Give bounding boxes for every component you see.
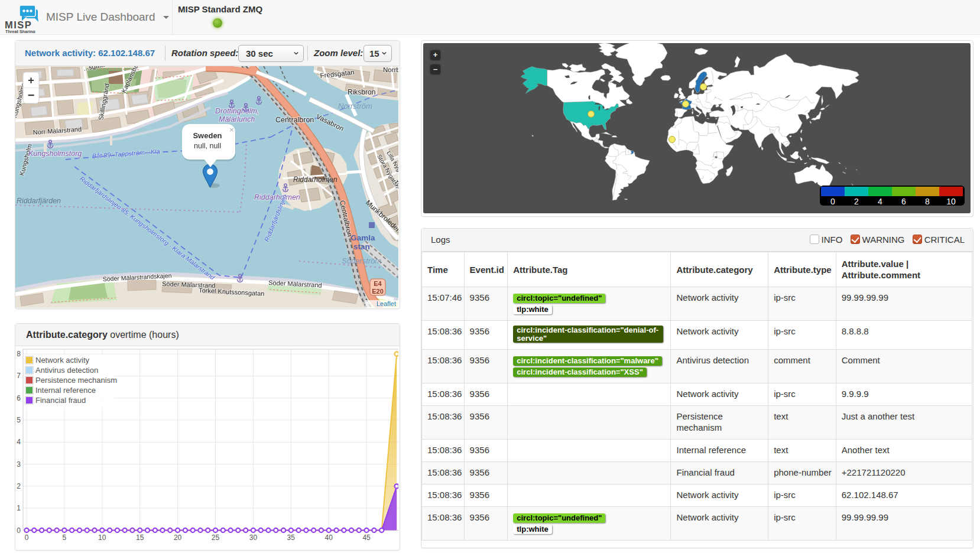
svg-text:15: 15 [136, 534, 144, 542]
svg-text:Financial fraud: Financial fraud [35, 396, 86, 405]
svg-text:Norrbr: Norrbr [383, 66, 398, 73]
svg-text:40: 40 [325, 534, 333, 542]
svg-text:Sweden: Sweden [193, 131, 222, 140]
svg-text:5: 5 [63, 534, 67, 542]
svg-text:×: × [229, 125, 234, 134]
svg-text:Mälarlunch: Mälarlunch [219, 115, 255, 123]
svg-text:3: 3 [17, 460, 21, 469]
svg-text:null, null: null, null [194, 142, 221, 150]
svg-text:Norrström: Norrström [338, 102, 372, 110]
svg-text:1: 1 [17, 504, 21, 512]
svg-text:Antivirus detection: Antivirus detection [35, 366, 98, 375]
svg-text:45: 45 [362, 534, 371, 542]
svg-text:Threat Sharing: Threat Sharing [5, 29, 35, 34]
svg-text:Riddarfjärden: Riddarfjärden [17, 197, 61, 205]
svg-text:Persistence mechanism: Persistence mechanism [35, 376, 117, 385]
svg-text:Centralbron: Centralbron [275, 116, 314, 124]
svg-text:Drottingholm,: Drottingholm, [215, 107, 259, 115]
svg-text:7: 7 [17, 372, 21, 380]
svg-text:E4: E4 [374, 280, 382, 287]
svg-text:+: + [28, 74, 34, 86]
svg-text:0: 0 [25, 534, 29, 542]
svg-text:Kungsholmstorg: Kungsholmstorg [28, 149, 82, 158]
svg-text:8: 8 [17, 350, 21, 358]
svg-text:25: 25 [212, 534, 220, 542]
svg-text:Riddarholmen: Riddarholmen [254, 193, 300, 201]
svg-text:2: 2 [17, 482, 21, 490]
svg-text:5: 5 [17, 416, 21, 424]
svg-text:Internal reference: Internal reference [35, 386, 96, 395]
svg-text:Network activity: Network activity [35, 356, 90, 365]
svg-text:Riksbron: Riksbron [348, 88, 375, 96]
svg-text:Söderström: Söderström [342, 256, 381, 265]
svg-text:Leaflet: Leaflet [377, 300, 396, 307]
svg-text:E20: E20 [372, 288, 384, 295]
svg-text:Riddarholmen: Riddarholmen [293, 175, 338, 184]
svg-text:4: 4 [17, 438, 21, 446]
svg-text:−: − [28, 89, 35, 102]
svg-text:35: 35 [287, 534, 296, 542]
svg-text:20: 20 [174, 534, 182, 542]
svg-text:stan: stan [353, 242, 370, 251]
svg-text:30: 30 [249, 534, 258, 542]
svg-text:Gamla: Gamla [351, 233, 375, 242]
svg-text:6: 6 [17, 394, 21, 402]
svg-text:10: 10 [98, 534, 106, 542]
svg-text:0: 0 [17, 526, 21, 535]
